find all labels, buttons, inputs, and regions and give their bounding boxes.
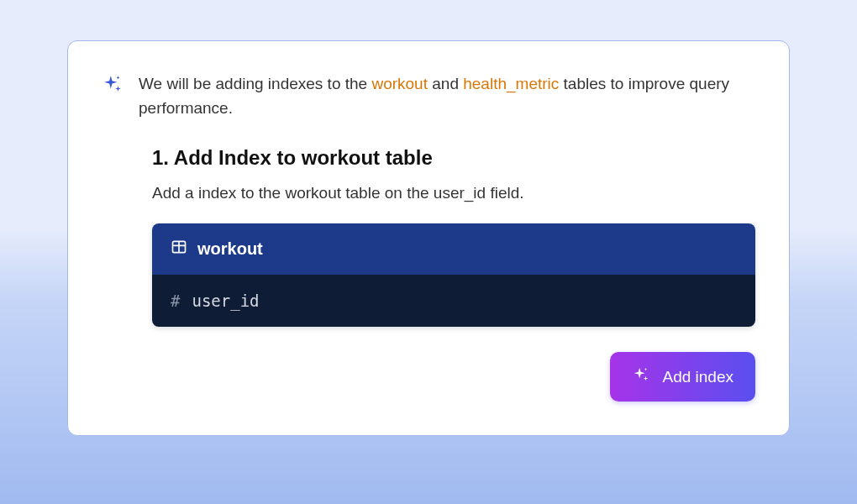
highlight-health-metric: health_metric [463, 75, 559, 92]
step-section: 1. Add Index to workout table Add a inde… [152, 146, 755, 402]
instruction-card: We will be adding indexes to the workout… [67, 40, 790, 436]
highlight-workout: workout [371, 75, 428, 92]
intro-prefix: We will be adding indexes to the [139, 75, 371, 92]
step-description: Add a index to the workout table on the … [152, 181, 755, 206]
schema-header: workout [152, 223, 755, 275]
sparkles-icon [632, 365, 650, 388]
schema-body: # user_id [152, 275, 755, 327]
field-hash: # [171, 291, 180, 310]
sparkles-icon [102, 73, 124, 98]
table-icon [171, 239, 187, 260]
intro-mid: and [428, 75, 463, 92]
intro-row: We will be adding indexes to the workout… [102, 71, 755, 121]
add-index-button[interactable]: Add index [610, 352, 755, 402]
action-row: Add index [152, 352, 755, 402]
table-name: workout [197, 239, 263, 259]
field-name: user_id [192, 291, 259, 310]
step-title: 1. Add Index to workout table [152, 146, 755, 170]
intro-text: We will be adding indexes to the workout… [139, 71, 755, 121]
schema-block: workout # user_id [152, 223, 755, 327]
add-index-label: Add index [662, 368, 733, 386]
